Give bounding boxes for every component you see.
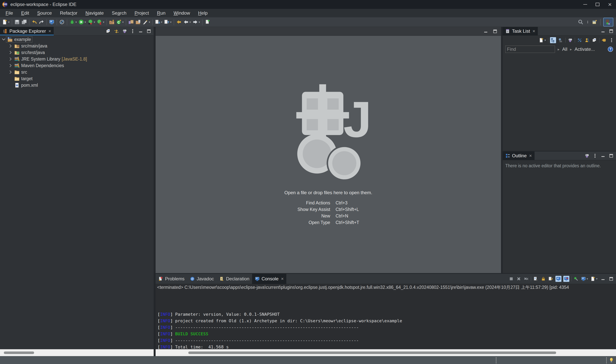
minimize-view-button[interactable]	[138, 28, 144, 34]
task-list-toolbar-button[interactable]: ▾	[575, 38, 575, 43]
expander-icon[interactable]	[8, 70, 13, 75]
toolbar-button[interactable]: ▾	[107, 19, 107, 25]
previous-annotation-button[interactable]: ▾	[163, 18, 172, 26]
sash-vertical-right[interactable]	[501, 27, 503, 273]
minimize-editor-button[interactable]	[483, 28, 489, 34]
show-stdout-button[interactable]: ▾	[555, 276, 561, 282]
expander-icon[interactable]	[8, 50, 13, 55]
undo-button[interactable]: ▾	[31, 18, 38, 26]
console-toolbar-button[interactable]: ▾	[571, 276, 571, 281]
task-list-toolbar-button[interactable]: ▾	[548, 38, 548, 43]
toolbar-button[interactable]: ▾	[56, 19, 57, 25]
toolbar-button[interactable]: ▾	[202, 19, 203, 25]
expander-icon[interactable]	[8, 63, 13, 68]
menu-item[interactable]: Navigate	[82, 10, 108, 16]
collapse-all-button[interactable]: ▾	[592, 37, 598, 43]
expander-icon[interactable]	[1, 37, 6, 42]
word-wrap-button[interactable]: ▾	[548, 276, 554, 282]
console-area-tab[interactable]: Console ×	[252, 274, 286, 284]
maximize-view-button[interactable]	[146, 28, 152, 34]
debug-button[interactable]: ▾	[87, 18, 96, 26]
run-button[interactable]: ▾	[78, 18, 87, 26]
java-perspective-button[interactable]	[603, 18, 613, 26]
scroll-lock-button[interactable]: ▾	[540, 276, 546, 282]
expander-icon[interactable]	[8, 43, 13, 49]
maximize-window-button[interactable]	[591, 0, 604, 9]
menu-item[interactable]: File	[1, 10, 17, 16]
forward-button[interactable]: ▾	[192, 18, 201, 26]
next-annotation-button[interactable]: ▾	[154, 18, 163, 26]
open-task-button[interactable]: ▾	[135, 18, 142, 26]
launch-debug-button[interactable]: ▾	[69, 18, 78, 26]
save-all-button[interactable]: ▾	[21, 18, 28, 26]
console-area-tab[interactable]: Javadoc ×	[187, 274, 216, 284]
new-java-project-button[interactable]: ▾	[108, 18, 115, 26]
scheduled-view-button[interactable]: ▾	[558, 37, 564, 43]
expander-icon[interactable]	[8, 56, 13, 62]
minimize-window-button[interactable]	[579, 0, 591, 9]
menu-item[interactable]: Run	[153, 10, 169, 16]
tree-item[interactable]: JRE System Library [JavaSE-1.8]	[0, 56, 154, 62]
link-with-editor-button[interactable]	[114, 28, 119, 34]
view-menu-icon[interactable]	[586, 19, 589, 25]
close-tab-icon[interactable]: ×	[529, 153, 532, 158]
tree-item[interactable]: target	[0, 75, 154, 82]
new-wizard-button[interactable]: ▾	[1, 18, 10, 26]
pin-editor-button[interactable]: ▾	[204, 18, 211, 26]
close-tab-icon[interactable]: ×	[281, 276, 284, 282]
open-perspective-icon[interactable]	[592, 19, 598, 25]
tab-outline[interactable]: Outline ×	[503, 152, 534, 160]
pin-console-button[interactable]: ▾	[573, 276, 579, 282]
last-edit-location-button[interactable]: ▾	[175, 18, 182, 26]
menu-item[interactable]: Refactor	[56, 10, 82, 16]
tab-task-list[interactable]: Task List ×	[503, 27, 538, 35]
view-menu-button[interactable]	[130, 28, 136, 34]
toolbar-button[interactable]: ▾	[152, 19, 153, 25]
menu-item[interactable]: Edit	[17, 10, 33, 16]
menu-item[interactable]: Search	[108, 10, 131, 16]
search-icon[interactable]	[578, 19, 584, 25]
console-log[interactable]: [INFO]Parameter: version, Value: 0.0.1-S…	[155, 291, 616, 349]
clear-console-button[interactable]: ▾	[533, 276, 539, 282]
tree-item[interactable]: src/main/java	[0, 43, 154, 49]
tree-item[interactable]: Maven Dependencies	[0, 62, 154, 69]
maximize-editor-button[interactable]	[492, 28, 498, 34]
show-stderr-button[interactable]: ▾	[563, 276, 569, 282]
toolbar-button[interactable]: ▾	[126, 19, 126, 25]
task-list-toolbar-button[interactable]: ▾	[565, 38, 566, 43]
view-menu-button[interactable]: ▾	[609, 37, 615, 43]
back-button[interactable]: ▾	[182, 18, 192, 26]
minimize-view-button[interactable]	[600, 28, 606, 34]
toolbar-button[interactable]: ▾	[12, 19, 12, 25]
tab-package-explorer[interactable]: Package Explorer ×	[0, 27, 54, 35]
menu-item[interactable]: Project	[131, 10, 153, 16]
console-hscrollbar[interactable]	[155, 349, 616, 356]
display-console-button[interactable]: ▾	[581, 276, 588, 282]
maximize-view-button[interactable]	[608, 28, 614, 34]
package-explorer-hscrollbar[interactable]	[0, 349, 154, 356]
expander-icon[interactable]	[8, 83, 13, 88]
tree-item[interactable]: example	[0, 36, 154, 43]
close-window-button[interactable]: ×	[604, 0, 616, 9]
open-console-button[interactable]: ▾	[48, 18, 55, 26]
skip-all-breakpoints-button[interactable]: ▾	[58, 18, 66, 26]
console-toolbar-button[interactable]: ▾	[531, 276, 531, 281]
open-console-button[interactable]: ▾	[590, 276, 598, 282]
mark-occurrences-button[interactable]: ▾	[142, 18, 151, 26]
maximize-view-button[interactable]	[608, 153, 614, 159]
synchronize-button[interactable]: ▾	[601, 37, 607, 43]
minimize-view-button[interactable]	[600, 153, 606, 159]
scrollbar-thumb[interactable]	[188, 351, 556, 354]
menu-item[interactable]: Window	[169, 10, 194, 16]
close-tab-icon[interactable]: ×	[48, 28, 51, 34]
sash-vertical-left[interactable]	[154, 27, 155, 356]
menu-item[interactable]: Source	[33, 10, 56, 16]
editor-empty-canvas[interactable]: J Open a file or drop files here to open…	[155, 36, 501, 273]
find-input[interactable]	[505, 46, 555, 53]
focus-on-active-task-button[interactable]	[122, 28, 127, 34]
toolbar-button[interactable]: ▾	[29, 19, 29, 25]
tree-item[interactable]: src	[0, 69, 154, 75]
filter-my-tasks-button[interactable]: ▾	[584, 37, 590, 43]
coverage-button[interactable]: ▾	[96, 18, 105, 26]
remove-all-terminated-button[interactable]: ▾	[523, 276, 529, 282]
